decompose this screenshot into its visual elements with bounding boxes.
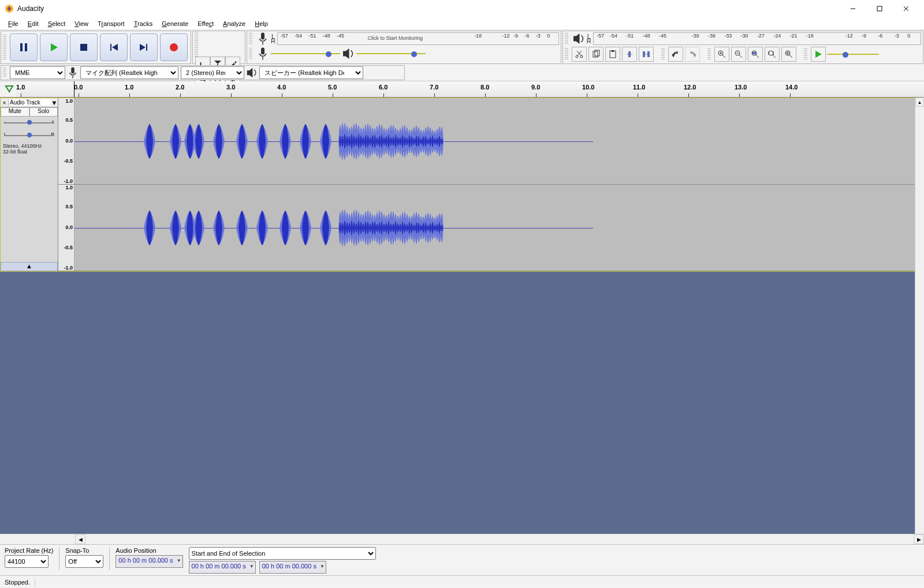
pause-button[interactable] <box>10 33 38 61</box>
track-collapse-button[interactable]: ▲ <box>1 262 58 271</box>
track-menu-button[interactable]: ▼ <box>51 99 58 106</box>
zoom-in-button[interactable] <box>714 47 729 62</box>
audio-track: × Audio Track ▼ Mute Solo - + L R Stereo… <box>0 98 924 272</box>
recording-channels-select[interactable]: 2 (Stereo) Recor <box>181 66 244 79</box>
audio-position-display[interactable]: 00 h 00 m 00.000 s▼ <box>116 555 182 568</box>
svg-rect-3 <box>877 6 882 11</box>
mic-icon <box>256 47 270 61</box>
svg-rect-9 <box>80 44 87 51</box>
trim-button[interactable] <box>622 47 637 62</box>
stop-button[interactable] <box>70 33 98 61</box>
menu-file[interactable]: File <box>3 19 23 28</box>
track-format-label: Stereo, 44100Hz 32-bit float <box>1 142 58 156</box>
vertical-scale[interactable]: 1.00.50.0-0.5-1.0 <box>58 98 74 184</box>
undo-button[interactable] <box>668 47 683 62</box>
skip-end-button[interactable] <box>130 33 158 61</box>
close-button[interactable] <box>893 0 919 17</box>
svg-line-36 <box>577 51 581 55</box>
svg-point-34 <box>580 55 583 58</box>
vertical-scrollbar[interactable]: ▲ <box>915 98 924 534</box>
svg-rect-10 <box>110 44 111 51</box>
scroll-up-button[interactable]: ▲ <box>915 98 924 107</box>
waveform-left[interactable] <box>74 98 923 184</box>
toolbar-grip[interactable] <box>661 48 665 61</box>
toolbar-grip[interactable] <box>565 48 568 61</box>
menu-view[interactable]: View <box>70 19 93 28</box>
window-title: Audacity <box>17 5 840 13</box>
svg-rect-63 <box>71 67 74 73</box>
minimize-button[interactable] <box>840 0 866 17</box>
speaker-icon[interactable] <box>572 32 586 46</box>
play-at-speed-button[interactable] <box>811 47 826 62</box>
selection-end-display[interactable]: 00 h 00 m 00.000 s▼ <box>259 561 326 574</box>
zoom-toggle-button[interactable] <box>781 47 796 62</box>
svg-point-33 <box>576 55 578 58</box>
svg-line-54 <box>756 55 759 58</box>
redo-button[interactable] <box>685 47 700 62</box>
menu-tracks[interactable]: Tracks <box>129 19 158 28</box>
fit-selection-button[interactable] <box>748 47 763 62</box>
toolbar-grip[interactable] <box>195 32 198 57</box>
cut-button[interactable] <box>572 47 587 62</box>
toolbar-grip[interactable] <box>707 48 711 61</box>
toolbar-grip[interactable] <box>3 35 6 59</box>
menu-effect[interactable]: Effect <box>193 19 218 28</box>
play-speed-slider[interactable] <box>827 50 879 58</box>
svg-rect-43 <box>643 51 645 57</box>
start-monitoring-text[interactable]: Click to Start Monitoring <box>367 35 423 41</box>
silence-button[interactable] <box>639 47 654 62</box>
mute-button[interactable]: Mute <box>1 107 29 117</box>
gain-slider[interactable]: - + <box>4 119 54 127</box>
menu-transport[interactable]: Transport <box>93 19 129 28</box>
menu-select[interactable]: Select <box>43 19 70 28</box>
playback-meter[interactable]: -57-54-51-48-45 -39-36-33-30-27-24-21-18… <box>593 32 921 45</box>
svg-rect-44 <box>647 51 650 57</box>
mic-icon[interactable] <box>256 32 270 46</box>
scroll-left-button[interactable]: ◀ <box>75 534 85 544</box>
playback-volume-slider[interactable] <box>356 50 426 58</box>
track-name[interactable]: Audio Track <box>9 99 51 106</box>
selection-start-display[interactable]: 00 h 00 m 00.000 s▼ <box>189 561 256 574</box>
timeline-ruler[interactable]: 1.00.01.02.03.04.05.06.07.08.09.010.011.… <box>0 81 924 98</box>
pinned-play-head-icon[interactable] <box>5 84 14 93</box>
audio-host-select[interactable]: MME <box>10 66 65 79</box>
menu-analyze[interactable]: Analyze <box>218 19 250 28</box>
snap-to-select[interactable]: Off <box>65 555 103 568</box>
selection-mode-select[interactable]: Start and End of Selection <box>189 547 376 560</box>
toolbar-grip[interactable] <box>804 48 807 61</box>
meter-lr-label: LR <box>587 34 591 43</box>
track-control-panel: × Audio Track ▼ Mute Solo - + L R Stereo… <box>1 98 58 271</box>
menubar: File Edit Select View Transport Tracks G… <box>0 17 924 30</box>
device-toolbar: MME マイク配列 (Realtek High Def 2 (Stereo) R… <box>1 65 405 80</box>
menu-help[interactable]: Help <box>250 19 273 28</box>
mic-icon <box>66 66 79 79</box>
menu-generate[interactable]: Generate <box>157 19 193 28</box>
menu-edit[interactable]: Edit <box>23 19 43 28</box>
recording-device-select[interactable]: マイク配列 (Realtek High Def <box>80 66 178 79</box>
scroll-right-button[interactable]: ▶ <box>914 534 924 544</box>
skip-start-button[interactable] <box>100 33 128 61</box>
toolbar-grip[interactable] <box>249 48 252 59</box>
paste-button[interactable] <box>605 47 620 62</box>
speaker-icon <box>245 66 258 79</box>
horizontal-scrollbar[interactable]: ◀ ▶ <box>0 534 924 544</box>
solo-button[interactable]: Solo <box>29 107 58 117</box>
toolbar-grip[interactable] <box>3 68 6 78</box>
recording-meter[interactable]: -57-54-51-48-45 Click to Start Monitorin… <box>277 32 559 45</box>
record-button[interactable] <box>160 33 188 61</box>
svg-rect-13 <box>146 44 147 51</box>
waveform-right[interactable] <box>74 185 923 271</box>
zoom-out-button[interactable] <box>731 47 746 62</box>
copy-button[interactable] <box>588 47 603 62</box>
track-close-button[interactable]: × <box>1 99 9 106</box>
recording-volume-slider[interactable] <box>271 50 340 58</box>
maximize-button[interactable] <box>866 0 893 17</box>
project-rate-select[interactable]: 44100 <box>5 555 49 568</box>
vertical-scale[interactable]: 1.00.50.0-0.5-1.0 <box>58 185 74 271</box>
fit-project-button[interactable] <box>765 47 780 62</box>
play-button[interactable] <box>40 33 68 61</box>
playback-device-select[interactable]: スピーカー (Realtek High Defir <box>259 66 363 79</box>
toolbar-grip[interactable] <box>565 33 568 44</box>
pan-slider[interactable]: L R <box>4 132 54 140</box>
toolbar-grip[interactable] <box>249 33 252 44</box>
